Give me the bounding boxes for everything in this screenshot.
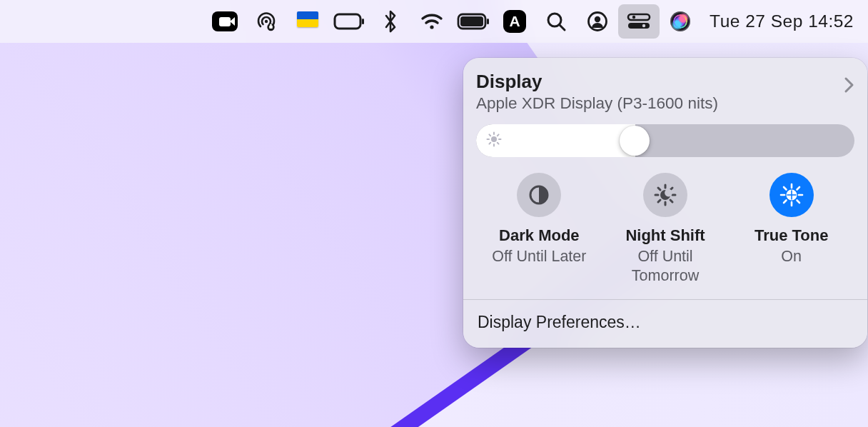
- svg-point-13: [595, 16, 600, 22]
- svg-line-24: [498, 143, 499, 144]
- night-shift-label: Night Shift: [625, 226, 705, 246]
- siri-icon[interactable]: [660, 4, 701, 39]
- true-tone-label: True Tone: [755, 226, 829, 246]
- user-account-icon[interactable]: [577, 4, 618, 39]
- svg-line-23: [489, 134, 490, 136]
- display-preferences-link[interactable]: Display Preferences…: [476, 300, 854, 348]
- svg-point-15: [632, 16, 635, 19]
- svg-point-6: [430, 25, 434, 29]
- svg-rect-14: [628, 14, 650, 20]
- svg-line-26: [498, 134, 499, 136]
- chevron-right-icon[interactable]: [843, 76, 854, 96]
- battery-outline-icon[interactable]: [328, 4, 370, 39]
- svg-rect-2: [269, 26, 273, 29]
- svg-rect-9: [487, 19, 489, 24]
- svg-line-35: [658, 200, 660, 202]
- facetime-icon[interactable]: [204, 4, 246, 39]
- svg-line-43: [797, 201, 799, 204]
- svg-rect-4: [335, 14, 360, 29]
- dark-mode-icon: [517, 173, 561, 217]
- svg-line-25: [489, 143, 490, 144]
- svg-line-42: [784, 187, 787, 190]
- brightness-low-icon: [486, 131, 502, 150]
- battery-full-icon[interactable]: [453, 4, 494, 39]
- wifi-icon[interactable]: [411, 4, 453, 39]
- svg-point-17: [642, 24, 645, 27]
- menu-bar: A Tue 27 Sep 14:52: [0, 0, 868, 43]
- bluetooth-icon[interactable]: [370, 4, 411, 39]
- popover-title: Display: [476, 71, 718, 93]
- svg-line-11: [560, 25, 565, 30]
- svg-line-33: [658, 188, 660, 190]
- svg-point-3: [270, 24, 272, 26]
- svg-rect-5: [362, 19, 364, 24]
- true-tone-toggle[interactable]: True Tone On: [728, 173, 854, 286]
- svg-point-18: [491, 136, 497, 142]
- menubar-clock[interactable]: Tue 27 Sep 14:52: [701, 11, 854, 31]
- svg-line-45: [797, 187, 799, 190]
- ukraine-flag-icon[interactable]: [287, 4, 328, 39]
- svg-line-34: [670, 200, 672, 202]
- svg-line-44: [784, 201, 787, 204]
- brightness-slider-thumb[interactable]: [620, 126, 650, 156]
- display-popover: Display Apple XDR Display (P3-1600 nits): [463, 58, 867, 348]
- keyboard-layout-icon[interactable]: A: [494, 4, 535, 39]
- dark-mode-status: Off Until Later: [492, 247, 586, 267]
- airdrop-icon[interactable]: [246, 4, 287, 39]
- popover-subtitle: Apple XDR Display (P3-1600 nits): [476, 94, 718, 113]
- dark-mode-toggle[interactable]: Dark Mode Off Until Later: [476, 173, 602, 286]
- spotlight-icon[interactable]: [535, 4, 577, 39]
- dark-mode-label: Dark Mode: [499, 226, 579, 246]
- brightness-slider[interactable]: [476, 124, 854, 157]
- svg-rect-8: [460, 16, 483, 26]
- svg-point-37: [665, 189, 672, 197]
- night-shift-status: Off Until Tomorrow: [602, 247, 729, 287]
- control-center-icon[interactable]: [618, 4, 660, 39]
- true-tone-status: On: [781, 247, 802, 267]
- true-tone-icon: [769, 173, 814, 217]
- night-shift-icon: [643, 173, 687, 217]
- svg-rect-16: [628, 23, 650, 29]
- svg-point-0: [265, 20, 268, 23]
- display-toggles: Dark Mode Off Until Later Night Shift Of…: [476, 173, 854, 286]
- night-shift-toggle[interactable]: Night Shift Off Until Tomorrow: [602, 173, 729, 286]
